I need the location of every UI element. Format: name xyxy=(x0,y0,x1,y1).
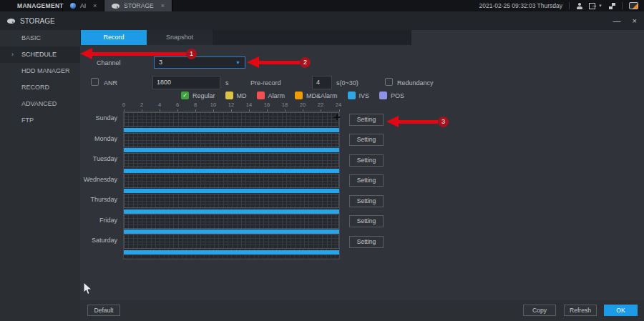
tab-storage-close-icon[interactable]: × xyxy=(161,2,165,9)
separator xyxy=(569,2,570,9)
tab-ai-label: AI xyxy=(80,2,86,9)
tab-ai-close-icon[interactable]: × xyxy=(93,2,97,9)
setting-button-wednesday[interactable]: Setting xyxy=(349,174,384,187)
setting-button-sunday[interactable]: Setting xyxy=(349,114,384,126)
alarm-checkbox[interactable] xyxy=(257,92,265,99)
pre-record-label: Pre-record xyxy=(250,79,281,87)
annotation-badge-1: 1 xyxy=(186,49,197,59)
redundancy-label: Redundancy xyxy=(397,79,434,87)
annotation-arrow-1: 1 xyxy=(80,48,197,59)
annotation-badge-3: 3 xyxy=(438,117,449,127)
legend-item-ivs[interactable]: IVS xyxy=(348,92,370,99)
schedule-band-tuesday[interactable] xyxy=(124,153,339,167)
anr-duration-input[interactable]: 1800 xyxy=(152,76,220,89)
legend-label: Regular xyxy=(192,92,215,99)
check-icon: ✓ xyxy=(182,92,187,99)
legend-label: POS xyxy=(391,92,404,99)
schedule-row-friday: Friday Setting xyxy=(124,214,339,234)
record-bar-saturday[interactable] xyxy=(124,250,339,255)
setting-button-saturday[interactable]: Setting xyxy=(349,236,384,248)
record-bar-wednesday[interactable] xyxy=(124,189,339,193)
ivs-checkbox[interactable] xyxy=(348,92,356,99)
tab-ai[interactable]: AI × xyxy=(63,0,104,11)
sidebar: BASIC › SCHEDULE HDD MANAGER RECORD ADVA… xyxy=(0,30,80,321)
chevron-right-icon: › xyxy=(11,46,14,63)
record-snapshot-tabstrip: Record Snapshot xyxy=(80,30,411,45)
tab-snapshot[interactable]: Snapshot xyxy=(147,30,213,45)
record-bar-tuesday[interactable] xyxy=(124,169,339,173)
legend-label: MD xyxy=(237,92,247,99)
pre-record-input[interactable]: 4 xyxy=(312,76,332,89)
record-type-legend: ✓ Regular MD Alarm MD&Alarm IVS POS xyxy=(181,92,404,99)
legend-item-md-alarm[interactable]: MD&Alarm xyxy=(295,92,338,99)
schedule-band-monday[interactable] xyxy=(124,133,339,147)
md-alarm-checkbox[interactable] xyxy=(295,92,303,99)
logout-icon[interactable] xyxy=(589,3,595,9)
ok-button[interactable]: OK xyxy=(604,305,638,316)
storage-disk-icon xyxy=(7,19,15,24)
schedule-band-friday[interactable] xyxy=(124,214,339,229)
minimize-button[interactable]: — xyxy=(613,16,621,25)
chevron-down-icon: ▼ xyxy=(598,4,602,8)
sidebar-item-ftp[interactable]: FTP xyxy=(0,112,80,129)
setting-button-tuesday[interactable]: Setting xyxy=(349,154,384,167)
redundancy-checkbox[interactable] xyxy=(385,78,393,86)
schedule-band-sunday[interactable] xyxy=(124,112,339,127)
sidebar-item-hdd-manager[interactable]: HDD MANAGER xyxy=(0,63,80,79)
legend-item-regular[interactable]: ✓ Regular xyxy=(181,92,215,99)
setting-button-thursday[interactable]: Setting xyxy=(349,195,384,207)
annotation-arrow-2: 2 xyxy=(247,56,311,68)
mouse-cursor-icon xyxy=(83,282,92,295)
footer-strip xyxy=(80,300,644,321)
sidebar-item-advanced[interactable]: ADVANCED xyxy=(0,96,80,112)
annotation-badge-2: 2 xyxy=(300,57,311,68)
record-bar-friday[interactable] xyxy=(124,229,339,234)
day-label: Monday xyxy=(80,135,117,142)
day-label: Wednesday xyxy=(80,176,117,183)
md-checkbox[interactable] xyxy=(225,92,233,99)
timeline-hour-labels: 0 2 4 6 8 10 12 14 16 18 20 22 24 xyxy=(124,102,339,109)
legend-item-alarm[interactable]: Alarm xyxy=(257,92,286,99)
management-menu[interactable]: MANAGEMENT xyxy=(0,0,63,11)
day-label: Friday xyxy=(80,217,117,224)
window-title: STORAGE xyxy=(20,17,55,25)
schedule-row-saturday: Saturday Setting xyxy=(124,234,339,255)
qr-code-icon[interactable] xyxy=(609,3,615,9)
legend-label: IVS xyxy=(359,92,370,99)
user-icon[interactable] xyxy=(576,3,582,9)
day-label: Tuesday xyxy=(80,155,117,162)
window-title-bar: STORAGE — × xyxy=(0,11,644,30)
management-label: MANAGEMENT xyxy=(17,2,64,9)
schedule-band-saturday[interactable] xyxy=(124,234,339,249)
tab-record[interactable]: Record xyxy=(81,30,147,45)
schedule-row-tuesday: Tuesday Setting xyxy=(124,153,339,173)
regular-checkbox[interactable]: ✓ xyxy=(181,92,189,99)
sidebar-item-basic[interactable]: BASIC xyxy=(0,30,80,46)
pre-record-unit-label: s(0~30) xyxy=(336,79,358,87)
legend-item-pos[interactable]: POS xyxy=(379,92,404,99)
anr-checkbox[interactable] xyxy=(91,78,99,86)
storage-disk-icon xyxy=(112,4,119,9)
sidebar-item-record[interactable]: RECORD xyxy=(0,79,80,96)
record-bar-thursday[interactable] xyxy=(124,209,339,214)
schedule-band-wednesday[interactable] xyxy=(124,174,339,188)
setting-button-monday[interactable]: Setting xyxy=(349,134,384,146)
crosshair-cursor-icon: + xyxy=(331,112,343,123)
arrow-head-icon xyxy=(80,48,92,59)
sidebar-item-schedule-label: SCHEDULE xyxy=(21,51,57,58)
legend-item-md[interactable]: MD xyxy=(225,92,247,99)
record-bar-sunday[interactable] xyxy=(124,128,339,132)
refresh-button[interactable]: Refresh xyxy=(564,305,597,316)
live-view-icon[interactable] xyxy=(629,2,638,9)
schedule-band-thursday[interactable] xyxy=(124,194,339,208)
default-button[interactable]: Default xyxy=(87,305,120,316)
tab-storage[interactable]: STORAGE × xyxy=(104,0,172,11)
sidebar-item-schedule[interactable]: › SCHEDULE xyxy=(0,46,80,63)
close-button[interactable]: × xyxy=(633,16,637,25)
setting-button-friday[interactable]: Setting xyxy=(349,215,384,227)
anr-label: ANR xyxy=(104,79,117,87)
record-bar-monday[interactable] xyxy=(124,148,339,152)
copy-button[interactable]: Copy xyxy=(523,305,556,316)
schedule-row-sunday: Sunday Setting xyxy=(124,112,339,132)
pos-checkbox[interactable] xyxy=(379,92,387,99)
